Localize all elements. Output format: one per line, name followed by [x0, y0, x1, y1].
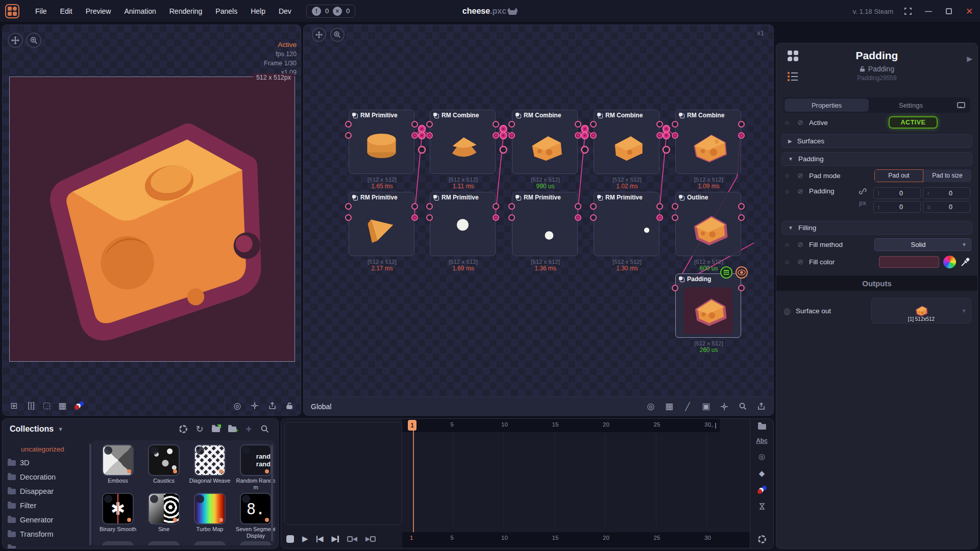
set-range-start-icon[interactable]: ◀: [347, 535, 357, 542]
collection-item-clipped[interactable]: [142, 541, 185, 545]
output-port[interactable]: [493, 203, 499, 210]
time-remap-icon[interactable]: ⋈: [757, 503, 767, 511]
output-port[interactable]: [738, 285, 745, 291]
input-port[interactable]: [590, 203, 597, 210]
node-header[interactable]: RM Combine: [430, 110, 495, 120]
timeline-settings-icon[interactable]: [758, 535, 766, 543]
lock-icon[interactable]: [284, 400, 295, 411]
section-padding[interactable]: ▼ Padding: [781, 152, 972, 166]
folder-transform[interactable]: Transform: [8, 527, 88, 541]
timeline-ruler[interactable]: 151015202530→: [402, 419, 720, 432]
node-header[interactable]: RM Primitive: [430, 192, 495, 203]
node-header[interactable]: RM Primitive: [594, 192, 659, 203]
folder-filter[interactable]: Filter: [8, 498, 88, 513]
node-header[interactable]: RM Primitive: [349, 110, 414, 120]
output-port[interactable]: [738, 132, 745, 139]
folder-generator[interactable]: Generator: [8, 513, 88, 527]
menu-edit[interactable]: Edit: [54, 4, 79, 18]
folder-item-clipped[interactable]: [8, 541, 88, 549]
unlink-anim-icon[interactable]: ⊘: [796, 240, 805, 248]
collection-item-diagonal-weave[interactable]: Diagonal Weave: [188, 444, 231, 491]
node-header[interactable]: RM Primitive: [349, 192, 414, 203]
output-port[interactable]: [493, 214, 499, 221]
output-port[interactable]: [656, 214, 663, 221]
collection-item-binary-smooth[interactable]: Binary Smooth: [96, 493, 139, 539]
menu-preview[interactable]: Preview: [79, 4, 118, 18]
padding-bottom-input[interactable]: b0: [923, 201, 970, 213]
menu-dev[interactable]: Dev: [272, 4, 298, 18]
node-rm-combine[interactable]: RM Combine[512 x 512]990 us: [512, 110, 578, 174]
input-port[interactable]: [672, 203, 678, 210]
padding-left-input[interactable]: l0: [873, 187, 921, 199]
add-collection-icon[interactable]: +: [242, 423, 255, 435]
preview-track-icon[interactable]: ◎: [758, 452, 765, 461]
graph-center-icon[interactable]: [719, 402, 729, 412]
node-header[interactable]: RM Combine: [594, 110, 659, 120]
eyedropper-icon[interactable]: [960, 256, 971, 267]
input-port[interactable]: [508, 203, 515, 210]
output-port[interactable]: [656, 121, 663, 128]
folder-disappear[interactable]: Disappear: [8, 484, 88, 498]
add-folder-icon[interactable]: [226, 423, 238, 435]
input-port[interactable]: [345, 132, 352, 139]
collection-item-clipped[interactable]: [188, 541, 231, 545]
grid-settings-icon[interactable]: ▦: [57, 400, 67, 411]
node-rm-primitive[interactable]: RM Primitive[512 x 512]1.36 ms: [512, 192, 578, 256]
skip-start-button[interactable]: ◀: [316, 534, 324, 543]
link-values-icon[interactable]: [859, 187, 867, 195]
unlink-anim-icon[interactable]: ⊘: [796, 118, 805, 127]
preview-pan-button[interactable]: [8, 33, 23, 48]
folder-scrollbar[interactable]: [89, 443, 91, 545]
color-track-icon[interactable]: [757, 486, 767, 494]
pad-out-option[interactable]: Pad out: [874, 169, 923, 182]
active-toggle-button[interactable]: ACTIVE: [889, 116, 938, 129]
node-padding[interactable]: Padding[512 x 512]260 us: [675, 273, 741, 338]
input-port[interactable]: [672, 121, 678, 128]
input-port[interactable]: [672, 132, 678, 139]
input-port[interactable]: [508, 121, 515, 128]
section-surfaces[interactable]: ▶ Surfaces: [781, 134, 972, 148]
collection-item-sine[interactable]: Sine: [142, 493, 185, 539]
export-icon[interactable]: [267, 400, 277, 411]
input-port[interactable]: [590, 132, 597, 139]
timeline-ruler-bottom[interactable]: 151015202530: [402, 532, 750, 547]
search-icon[interactable]: [259, 423, 271, 435]
stop-button[interactable]: [286, 535, 294, 543]
node-rm-primitive[interactable]: RM Primitive[512 x 512]1.69 ms: [430, 192, 496, 256]
graph-export-icon[interactable]: [756, 402, 766, 412]
node-rm-primitive[interactable]: RM Primitive[512 x 512]2.17 ms: [349, 192, 414, 256]
unlink-anim-icon[interactable]: ⊘: [796, 187, 805, 195]
collection-item-clipped[interactable]: [96, 541, 139, 545]
reset-icon[interactable]: ○: [782, 258, 792, 266]
folder-3d[interactable]: 3D: [8, 456, 88, 470]
graph-pan-button[interactable]: [312, 28, 326, 42]
folder-icon[interactable]: [758, 424, 766, 430]
skip-end-button[interactable]: ▶: [332, 534, 339, 543]
output-port[interactable]: [411, 132, 418, 139]
padding-top-input[interactable]: t0: [873, 201, 921, 213]
output-port[interactable]: [411, 203, 418, 210]
reset-icon[interactable]: ○: [782, 187, 792, 195]
output-port[interactable]: [738, 121, 745, 128]
open-folder-icon[interactable]: [210, 423, 222, 435]
keyframe-icon[interactable]: ◆: [759, 469, 765, 478]
input-port[interactable]: [508, 214, 515, 221]
collection-item-emboss[interactable]: Emboss: [96, 444, 139, 491]
node-header[interactable]: RM Primitive: [512, 192, 577, 203]
notification-counters[interactable]: ! 0 × 0: [306, 5, 355, 18]
output-port[interactable]: [411, 214, 418, 221]
playhead[interactable]: [413, 431, 414, 547]
property-list-icon[interactable]: [788, 72, 799, 82]
output-port[interactable]: [575, 132, 581, 139]
reset-icon[interactable]: ○: [782, 118, 792, 127]
output-port[interactable]: [575, 203, 581, 210]
input-port[interactable]: [345, 121, 352, 128]
output-port[interactable]: [411, 121, 418, 128]
node-rm-primitive[interactable]: RM Primitive[512 x 512]1.30 ms: [594, 192, 659, 256]
output-port[interactable]: [575, 214, 581, 221]
input-port[interactable]: [426, 132, 433, 139]
graph-preview-icon[interactable]: ◎: [646, 402, 656, 412]
input-port[interactable]: [426, 121, 433, 128]
node-header[interactable]: RM Combine: [512, 110, 577, 120]
comment-icon[interactable]: [957, 102, 965, 108]
